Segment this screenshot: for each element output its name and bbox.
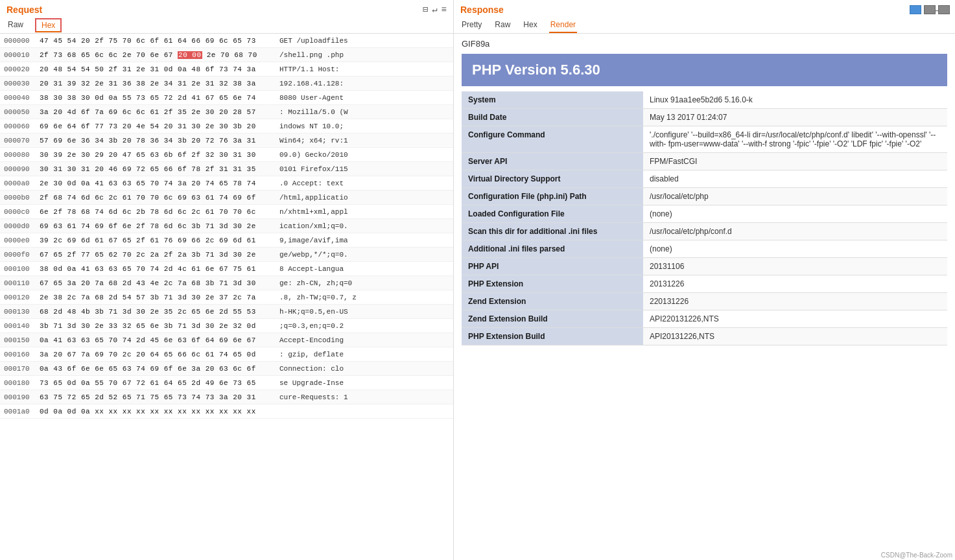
hex-ascii: : gzip, deflate <box>279 351 449 358</box>
hex-row: 0000102f 73 68 65 6c 6c 2e 70 6e 67 20 0… <box>0 48 453 62</box>
hex-bytes: 39 2c 69 6d 61 67 65 2f 61 76 69 66 2c 6… <box>40 237 279 244</box>
hex-bytes: 20 48 54 54 50 2f 31 2e 31 0d 0a 48 6f 7… <box>40 65 279 73</box>
hex-bytes: 0d 0a 0d 0a xx xx xx xx xx xx xx xx xx x… <box>40 408 279 415</box>
hex-offset: 000050 <box>4 108 40 116</box>
table-key: Configuration File (php.ini) Path <box>462 188 643 205</box>
hex-bytes: 73 65 0d 0a 55 70 67 72 61 64 65 2d 49 6… <box>40 379 279 387</box>
table-row: Server APIFPM/FastCGI <box>462 153 947 170</box>
hex-row: 0000c06e 2f 78 68 74 6d 6c 2b 78 6d 6c 2… <box>0 205 453 219</box>
win-btn-3[interactable] <box>938 5 950 14</box>
hex-row: 00019063 75 72 65 2d 52 65 71 75 65 73 7… <box>0 390 453 404</box>
hex-bytes: 2e 30 0d 0a 41 63 63 65 70 74 3a 20 74 6… <box>40 180 279 187</box>
hex-offset: 000040 <box>4 94 40 102</box>
hex-bytes: 38 30 38 30 0d 0a 55 73 65 72 2d 41 67 6… <box>40 94 279 102</box>
hex-offset: 000150 <box>4 336 40 344</box>
hex-row: 0000e039 2c 69 6d 61 67 65 2f 61 76 69 6… <box>0 233 453 248</box>
table-value: (none) <box>643 240 947 258</box>
table-value: /usr/local/etc/php/conf.d <box>643 223 947 240</box>
table-key: Zend Extension <box>462 293 643 310</box>
hex-offset: 0000e0 <box>4 237 40 244</box>
hex-offset: 000000 <box>4 37 40 45</box>
php-version-title: PHP Version 5.6.30 <box>472 62 937 78</box>
win-btn-1[interactable] <box>910 5 921 14</box>
hex-ascii: h-HK;q=0.5,en-US <box>279 308 449 316</box>
table-row: Configuration File (php.ini) Path/usr/lo… <box>462 188 947 205</box>
hex-ascii: se Upgrade-Inse <box>279 379 449 387</box>
hex-offset: 000090 <box>4 165 40 173</box>
tab-render[interactable]: Render <box>549 18 577 33</box>
tab-raw-resp[interactable]: Raw <box>493 18 512 33</box>
request-tabs: Raw Hex <box>0 15 453 34</box>
hex-offset: 000020 <box>4 65 40 73</box>
response-content[interactable]: GIF89a PHP Version 5.6.30 SystemLinux 91… <box>454 34 955 560</box>
hex-ascii: cure-Requests: 1 <box>279 393 449 401</box>
hex-bytes: 68 2d 48 4b 3b 71 3d 30 2e 35 2c 65 6e 2… <box>40 308 279 316</box>
hex-offset: 000010 <box>4 51 40 59</box>
menu-icon[interactable]: ≡ <box>442 5 447 15</box>
response-title: Response <box>460 5 504 15</box>
hex-bytes: 57 69 6e 36 34 3b 20 78 36 34 3b 20 72 7… <box>40 137 279 145</box>
hex-row: 0001700a 43 6f 6e 6e 65 63 74 69 6f 6e 3… <box>0 362 453 376</box>
hex-offset: 0000f0 <box>4 251 40 259</box>
hex-content[interactable]: 00000047 45 54 20 2f 75 70 6c 6f 61 64 6… <box>0 34 453 560</box>
php-banner: PHP Version 5.6.30 <box>462 54 947 86</box>
hex-offset: 000060 <box>4 122 40 130</box>
table-row: Virtual Directory Supportdisabled <box>462 170 947 188</box>
hex-row: 0000503a 20 4d 6f 7a 69 6c 6c 61 2f 35 2… <box>0 105 453 119</box>
hex-offset: 000160 <box>4 351 40 358</box>
hex-offset: 0000a0 <box>4 180 40 187</box>
hex-bytes: 3b 71 3d 30 2e 33 32 65 6e 3b 71 3d 30 2… <box>40 322 279 330</box>
hex-ascii: 8080 User-Agent <box>279 94 449 102</box>
table-value: (none) <box>643 205 947 223</box>
hex-ascii: GET /uploadfiles <box>279 37 449 45</box>
tab-hex-resp[interactable]: Hex <box>522 18 538 33</box>
copy-icon[interactable]: ⊟ <box>423 4 428 15</box>
table-key: Zend Extension Build <box>462 310 643 328</box>
hex-row: 0001603a 20 67 7a 69 70 2c 20 64 65 66 6… <box>0 347 453 362</box>
hex-row: 00013068 2d 48 4b 3b 71 3d 30 2e 35 2c 6… <box>0 305 453 319</box>
response-panel: Response ⊟ ↵ ≡ Pretty Raw Hex Render GIF… <box>454 0 955 560</box>
tab-pretty[interactable]: Pretty <box>460 18 483 33</box>
hex-bytes: 0a 41 63 63 65 70 74 2d 45 6e 63 6f 64 6… <box>40 336 279 344</box>
hex-offset: 0000b0 <box>4 194 40 202</box>
request-toolbar: ⊟ ↵ ≡ <box>423 4 447 15</box>
table-value: FPM/FastCGI <box>643 153 947 170</box>
hex-row: 00008030 39 2e 30 29 20 47 65 63 6b 6f 2… <box>0 148 453 162</box>
hex-bytes: 2e 38 2c 7a 68 2d 54 57 3b 71 3d 30 2e 3… <box>40 294 279 301</box>
table-value: Linux 91aa1ee5b2d6 5.16.0-k <box>643 91 947 109</box>
hex-bytes: 6e 2f 78 68 74 6d 6c 2b 78 6d 6c 2c 61 7… <box>40 208 279 216</box>
win-btn-2[interactable] <box>924 5 936 14</box>
wrap-icon[interactable]: ↵ <box>432 4 437 15</box>
hex-ascii: 0101 Firefox/115 <box>279 165 449 173</box>
hex-row: 0001500a 41 63 63 65 70 74 2d 45 6e 63 6… <box>0 333 453 347</box>
table-key: PHP API <box>462 258 643 275</box>
hex-highlight: 20 00 <box>178 51 202 59</box>
hex-row: 0000a02e 30 0d 0a 41 63 63 65 70 74 3a 2… <box>0 176 453 191</box>
hex-bytes: 2f 68 74 6d 6c 2c 61 70 70 6c 69 63 61 7… <box>40 194 279 202</box>
hex-ascii: Connection: clo <box>279 365 449 373</box>
table-value: API220131226,NTS <box>643 310 947 328</box>
hex-row: 00018073 65 0d 0a 55 70 67 72 61 64 65 2… <box>0 376 453 390</box>
hex-bytes: 67 65 2f 77 65 62 70 2c 2a 2f 2a 3b 71 3… <box>40 251 279 259</box>
table-row: PHP Extension BuildAPI20131226,NTS <box>462 328 947 345</box>
watermark: CSDN@The-Back-Zoom <box>881 552 952 559</box>
hex-ascii: 8 Accept-Langua <box>279 265 449 273</box>
response-header: Response ⊟ ↵ ≡ <box>454 0 955 15</box>
window-controls <box>910 5 950 14</box>
response-tabs: Pretty Raw Hex Render <box>454 15 955 34</box>
table-key: PHP Extension <box>462 275 643 293</box>
tab-hex[interactable]: Hex <box>35 18 62 32</box>
hex-offset: 000130 <box>4 308 40 316</box>
table-row: Build DateMay 13 2017 01:24:07 <box>462 109 947 126</box>
tab-raw[interactable]: Raw <box>6 18 25 33</box>
table-key: Build Date <box>462 109 643 126</box>
table-key: PHP Extension Build <box>462 328 643 345</box>
hex-bytes: 30 31 30 31 20 46 69 72 65 66 6f 78 2f 3… <box>40 165 279 173</box>
table-value: 220131226 <box>643 293 947 310</box>
hex-row: 0001403b 71 3d 30 2e 33 32 65 6e 3b 71 3… <box>0 319 453 333</box>
table-row: SystemLinux 91aa1ee5b2d6 5.16.0-k <box>462 91 947 109</box>
table-value: /usr/local/etc/php <box>643 188 947 205</box>
hex-offset: 000100 <box>4 265 40 273</box>
hex-row: 0000f067 65 2f 77 65 62 70 2c 2a 2f 2a 3… <box>0 248 453 262</box>
hex-bytes: 67 65 3a 20 7a 68 2d 43 4e 2c 7a 68 3b 7… <box>40 279 279 287</box>
